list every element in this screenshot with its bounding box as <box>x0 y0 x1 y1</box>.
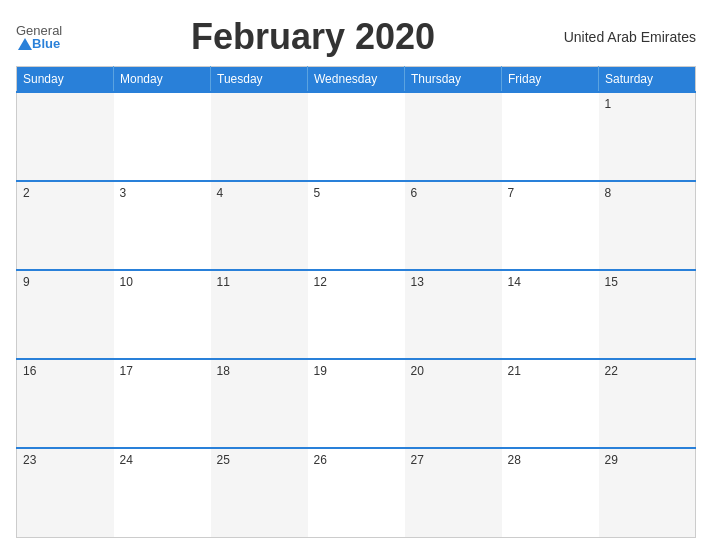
calendar-day-cell <box>405 92 502 181</box>
day-number: 22 <box>605 364 618 378</box>
calendar-day-cell: 3 <box>114 181 211 270</box>
day-number: 2 <box>23 186 30 200</box>
day-number: 21 <box>508 364 521 378</box>
calendar-day-cell: 14 <box>502 270 599 359</box>
day-number: 26 <box>314 453 327 467</box>
day-number: 9 <box>23 275 30 289</box>
day-number: 27 <box>411 453 424 467</box>
calendar-day-cell <box>17 92 114 181</box>
calendar-day-cell: 6 <box>405 181 502 270</box>
calendar-day-cell: 13 <box>405 270 502 359</box>
day-number: 23 <box>23 453 36 467</box>
calendar-week-row: 23242526272829 <box>17 448 696 537</box>
calendar-day-cell: 19 <box>308 359 405 448</box>
calendar-week-row: 1 <box>17 92 696 181</box>
day-number: 3 <box>120 186 127 200</box>
calendar-page: General Blue February 2020 United Arab E… <box>0 0 712 550</box>
day-number: 19 <box>314 364 327 378</box>
day-number: 5 <box>314 186 321 200</box>
header: General Blue February 2020 United Arab E… <box>16 16 696 58</box>
day-number: 15 <box>605 275 618 289</box>
country-label: United Arab Emirates <box>564 29 696 45</box>
day-number: 12 <box>314 275 327 289</box>
header-tuesday: Tuesday <box>211 67 308 93</box>
logo-triangle-icon <box>18 38 32 50</box>
calendar-day-cell: 24 <box>114 448 211 537</box>
calendar-day-cell: 21 <box>502 359 599 448</box>
day-number: 13 <box>411 275 424 289</box>
day-number: 1 <box>605 97 612 111</box>
day-number: 28 <box>508 453 521 467</box>
logo: General Blue <box>16 24 62 50</box>
day-number: 11 <box>217 275 230 289</box>
header-friday: Friday <box>502 67 599 93</box>
calendar-day-cell: 26 <box>308 448 405 537</box>
calendar-table: Sunday Monday Tuesday Wednesday Thursday… <box>16 66 696 538</box>
header-monday: Monday <box>114 67 211 93</box>
calendar-day-cell <box>114 92 211 181</box>
calendar-day-cell: 4 <box>211 181 308 270</box>
calendar-day-cell <box>308 92 405 181</box>
header-sunday: Sunday <box>17 67 114 93</box>
day-number: 17 <box>120 364 133 378</box>
day-number: 10 <box>120 275 133 289</box>
calendar-title: February 2020 <box>62 16 563 58</box>
calendar-day-cell: 1 <box>599 92 696 181</box>
calendar-day-cell: 15 <box>599 270 696 359</box>
calendar-day-cell: 11 <box>211 270 308 359</box>
day-number: 8 <box>605 186 612 200</box>
day-number: 29 <box>605 453 618 467</box>
calendar-week-row: 9101112131415 <box>17 270 696 359</box>
calendar-day-cell: 27 <box>405 448 502 537</box>
header-saturday: Saturday <box>599 67 696 93</box>
day-number: 24 <box>120 453 133 467</box>
calendar-day-cell: 16 <box>17 359 114 448</box>
calendar-day-cell: 22 <box>599 359 696 448</box>
calendar-day-cell: 17 <box>114 359 211 448</box>
calendar-day-cell: 8 <box>599 181 696 270</box>
day-number: 18 <box>217 364 230 378</box>
calendar-day-cell: 12 <box>308 270 405 359</box>
calendar-day-cell: 10 <box>114 270 211 359</box>
day-number: 6 <box>411 186 418 200</box>
calendar-day-cell: 2 <box>17 181 114 270</box>
calendar-day-cell: 9 <box>17 270 114 359</box>
header-wednesday: Wednesday <box>308 67 405 93</box>
day-number: 7 <box>508 186 515 200</box>
calendar-day-cell: 29 <box>599 448 696 537</box>
calendar-day-cell: 28 <box>502 448 599 537</box>
calendar-day-cell: 7 <box>502 181 599 270</box>
day-number: 16 <box>23 364 36 378</box>
calendar-day-cell <box>211 92 308 181</box>
calendar-day-cell <box>502 92 599 181</box>
weekday-header-row: Sunday Monday Tuesday Wednesday Thursday… <box>17 67 696 93</box>
calendar-day-cell: 23 <box>17 448 114 537</box>
calendar-day-cell: 5 <box>308 181 405 270</box>
logo-blue-text: Blue <box>32 37 60 50</box>
day-number: 14 <box>508 275 521 289</box>
day-number: 20 <box>411 364 424 378</box>
calendar-day-cell: 18 <box>211 359 308 448</box>
calendar-day-cell: 20 <box>405 359 502 448</box>
day-number: 4 <box>217 186 224 200</box>
calendar-week-row: 16171819202122 <box>17 359 696 448</box>
day-number: 25 <box>217 453 230 467</box>
calendar-day-cell: 25 <box>211 448 308 537</box>
calendar-week-row: 2345678 <box>17 181 696 270</box>
header-thursday: Thursday <box>405 67 502 93</box>
